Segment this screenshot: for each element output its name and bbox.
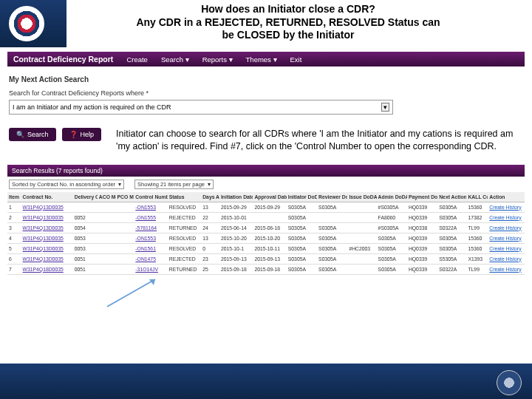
col-header[interactable]: Approval Date bbox=[253, 192, 286, 202]
control-number-link[interactable]: -ON1555 bbox=[134, 212, 167, 222]
sort-select[interactable]: Sorted by Contract No. in ascending orde… bbox=[9, 180, 124, 189]
action-link[interactable]: Create History bbox=[488, 233, 525, 243]
col-header[interactable]: Contract No. bbox=[21, 192, 73, 202]
table-cell: 5 bbox=[7, 243, 21, 253]
control-number-link[interactable]: -5781164 bbox=[134, 222, 167, 233]
action-link[interactable]: Create History bbox=[488, 212, 525, 222]
table-cell: 2015-10-20 bbox=[219, 233, 253, 243]
control-number-link[interactable]: -ON1475 bbox=[134, 253, 167, 264]
nav-search[interactable]: Search ▾ bbox=[161, 55, 189, 64]
action-link[interactable]: Create History bbox=[488, 264, 525, 274]
search-label: Search for Contract Deficiency Reports w… bbox=[9, 89, 523, 97]
table-cell: 0054 bbox=[73, 222, 98, 233]
control-number-link[interactable]: -ON1561 bbox=[134, 243, 167, 253]
callout-arrow-icon bbox=[103, 273, 163, 310]
title-line-3: be CLOSED by the Initiator bbox=[59, 29, 517, 42]
table-cell bbox=[98, 202, 116, 212]
chevron-down-icon: ▾ bbox=[208, 181, 211, 188]
control-number-link[interactable]: -ON1553 bbox=[134, 233, 167, 243]
table-cell: 2015-06-14 bbox=[219, 222, 253, 233]
results-controls: Sorted by Contract No. in ascending orde… bbox=[7, 177, 525, 192]
col-header[interactable]: Admin DoDAAC bbox=[377, 192, 407, 202]
table-cell: #S0305A bbox=[377, 222, 407, 233]
table-cell bbox=[116, 253, 134, 264]
table-cell: 15360 bbox=[466, 243, 488, 253]
col-header[interactable]: Reviewer DoDAAC bbox=[317, 192, 347, 202]
table-cell bbox=[116, 202, 134, 212]
contract-link[interactable]: W31P4Q18D0035 bbox=[21, 264, 73, 274]
col-header[interactable]: Action bbox=[488, 192, 525, 202]
table-cell: 2015-09-29 bbox=[219, 202, 253, 212]
col-header[interactable]: Initiation Date bbox=[219, 192, 253, 202]
table-cell: X1393 bbox=[466, 253, 488, 264]
table-row: 7W31P4Q18D00350051-31O14JVRETURNED252015… bbox=[7, 264, 525, 274]
nav-exit[interactable]: Exit bbox=[290, 55, 302, 64]
table-cell: S0305A bbox=[437, 243, 466, 253]
nav-reports[interactable]: Reports ▾ bbox=[202, 55, 233, 64]
table-cell: S0305A bbox=[317, 264, 347, 274]
control-number-link[interactable]: -31O14JV bbox=[134, 264, 167, 274]
table-cell: TL99 bbox=[466, 264, 488, 274]
action-link[interactable]: Create History bbox=[488, 243, 525, 253]
col-header[interactable]: KALL Code bbox=[466, 192, 488, 202]
table-cell: 24 bbox=[201, 222, 219, 233]
search-section: My Next Action Search Search for Contrac… bbox=[7, 66, 525, 157]
table-row: 6W31P4Q13D00350051-ON1475REJECTED232015-… bbox=[7, 253, 525, 264]
table-cell bbox=[116, 264, 134, 274]
help-button[interactable]: ❓ Help bbox=[62, 128, 102, 141]
col-header[interactable]: Issue DoDAAC bbox=[347, 192, 376, 202]
contract-link[interactable]: W31P4Q13D0035 bbox=[21, 202, 73, 212]
table-cell: S0305A bbox=[317, 233, 347, 243]
table-cell: 7 bbox=[7, 264, 21, 274]
app-brand: Contract Deficiency Report bbox=[13, 55, 113, 64]
col-header[interactable]: Control Number bbox=[134, 192, 167, 202]
table-cell: 0053 bbox=[73, 233, 98, 243]
contract-link[interactable]: W31P4Q13D0035 bbox=[21, 243, 73, 253]
table-cell: 2015-09-18 bbox=[253, 264, 286, 274]
contract-link[interactable]: W31P4Q13D0035 bbox=[21, 253, 73, 264]
table-cell: S0305A bbox=[317, 222, 347, 233]
col-header[interactable]: Payment DoDAAC bbox=[407, 192, 437, 202]
col-header[interactable]: Days Aged bbox=[201, 192, 219, 202]
table-cell bbox=[116, 243, 134, 253]
table-row: 3W31P4Q13D00350054-5781164RETURNED242015… bbox=[7, 222, 525, 233]
col-header[interactable]: Next Action By bbox=[437, 192, 466, 202]
table-cell bbox=[116, 233, 134, 243]
col-header[interactable]: Delivery Order bbox=[73, 192, 98, 202]
table-cell: S0305A bbox=[377, 253, 407, 264]
search-button-label: Search bbox=[27, 131, 49, 138]
contract-link[interactable]: W31P4Q13D0035 bbox=[21, 233, 73, 243]
table-cell: 1 bbox=[7, 202, 21, 212]
search-criteria-dropdown[interactable]: I am an Initiator and my action is requi… bbox=[9, 100, 393, 115]
table-row: 2W31P4Q13D00350052-ON1555REJECTED222015-… bbox=[7, 212, 525, 222]
table-cell: 2015-10-1 bbox=[219, 243, 253, 253]
nav-create[interactable]: Create bbox=[126, 55, 148, 64]
chevron-down-icon: ▾ bbox=[381, 103, 389, 112]
table-cell: 0 bbox=[201, 243, 219, 253]
col-header[interactable]: ACO Mod bbox=[98, 192, 116, 202]
nav-themes[interactable]: Themes ▾ bbox=[246, 55, 277, 64]
table-cell: HQ0339 bbox=[407, 264, 437, 274]
help-icon: ❓ bbox=[69, 131, 78, 138]
chevron-down-icon: ▾ bbox=[118, 181, 121, 188]
table-cell: 3 bbox=[7, 222, 21, 233]
table-cell: RETURNED bbox=[168, 264, 201, 274]
control-number-link[interactable]: -ON1553 bbox=[134, 202, 167, 212]
table-cell bbox=[347, 212, 376, 222]
table-cell: HQ0338 bbox=[407, 222, 437, 233]
col-header[interactable]: PCO Mod bbox=[116, 192, 134, 202]
col-header[interactable]: Item bbox=[7, 192, 21, 202]
table-cell bbox=[347, 264, 376, 274]
contract-link[interactable]: W31P4Q13D0035 bbox=[21, 212, 73, 222]
action-link[interactable]: Create History bbox=[488, 202, 525, 212]
contract-link[interactable]: W31P4Q13D0035 bbox=[21, 222, 73, 233]
table-cell: S5305A bbox=[437, 253, 466, 264]
page-size-select[interactable]: Showing 21 items per page▾ bbox=[134, 180, 214, 189]
table-cell: 0053 bbox=[73, 243, 98, 253]
search-button[interactable]: 🔍 Search bbox=[9, 128, 56, 141]
table-cell: 22 bbox=[201, 212, 219, 222]
action-link[interactable]: Create History bbox=[488, 253, 525, 264]
col-header[interactable]: Status bbox=[168, 192, 201, 202]
action-link[interactable]: Create History bbox=[488, 222, 525, 233]
col-header[interactable]: Initiator DoDAAC bbox=[287, 192, 317, 202]
